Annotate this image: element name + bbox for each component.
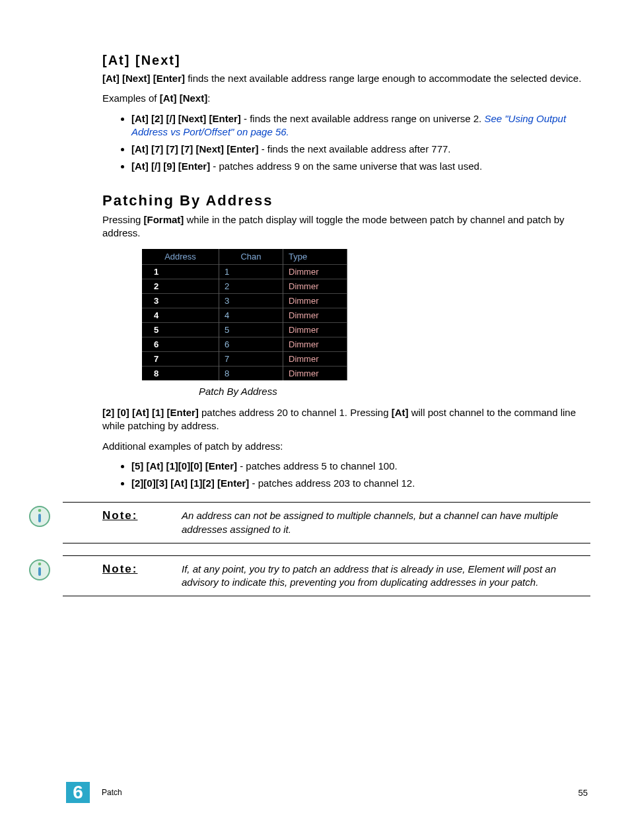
cell-type: Dimmer [283, 279, 347, 294]
text: - patches address 9 on the same universe… [210, 160, 482, 172]
cell-type: Dimmer [283, 308, 347, 323]
key-sequence: [At] [392, 407, 409, 418]
text: : [207, 92, 210, 104]
paragraph: [At] [Next] [Enter] finds the next avail… [102, 72, 590, 85]
text: patches address 20 to channel 1. Pressin… [199, 407, 392, 418]
svg-rect-4 [38, 567, 41, 576]
table-row: 88Dimmer [142, 367, 347, 381]
table-row: 33Dimmer [142, 294, 347, 308]
cell-chan: 4 [219, 308, 283, 323]
col-header-address: Address [142, 249, 219, 265]
heading-patching-by-address: Patching By Address [102, 192, 590, 209]
text: Examples of [102, 92, 160, 104]
patch-by-address-table: Address Chan Type 11Dimmer22Dimmer33Dimm… [142, 249, 347, 380]
note-text: If, at any point, you try to patch an ad… [182, 563, 590, 590]
text: - finds the next available address range… [241, 113, 485, 124]
list-item: [5] [At] [1][0][0] [Enter] - patches add… [131, 460, 590, 473]
chapter-number-badge: 6 [66, 782, 90, 803]
page-number: 55 [578, 788, 588, 798]
list-item: [2][0][3] [At] [1][2] [Enter] - patches … [131, 477, 590, 490]
cell-type: Dimmer [283, 265, 347, 279]
document-page: [At] [Next] [At] [Next] [Enter] finds th… [0, 0, 630, 840]
info-icon [28, 559, 51, 583]
chapter-name: Patch [102, 788, 122, 797]
cell-address: 7 [142, 352, 219, 367]
cell-address: 6 [142, 337, 219, 352]
cell-chan: 2 [219, 279, 283, 294]
table-row: 55Dimmer [142, 323, 347, 337]
svg-rect-1 [38, 514, 41, 522]
paragraph: Additional examples of patch by address: [102, 440, 590, 453]
bullet-list: [5] [At] [1][0][0] [Enter] - patches add… [102, 460, 590, 491]
table-caption: Patch By Address [199, 386, 590, 397]
cell-type: Dimmer [283, 367, 347, 381]
note-box: Note: If, at any point, you try to patch… [63, 555, 590, 597]
list-item: [At] [7] [7] [7] [Next] [Enter] - finds … [131, 143, 590, 156]
key-sequence: [At] [Next] [160, 92, 208, 104]
key-sequence: [2][0][3] [At] [1][2] [Enter] [131, 477, 249, 489]
paragraph: [2] [0] [At] [1] [Enter] patches address… [102, 406, 590, 433]
key-sequence: [Format] [144, 214, 184, 225]
paragraph: Examples of [At] [Next]: [102, 92, 590, 105]
note-label: Note: [102, 509, 182, 536]
cell-type: Dimmer [283, 294, 347, 308]
table-row: 44Dimmer [142, 308, 347, 323]
note-box: Note: An address can not be assigned to … [63, 502, 590, 543]
table-row: 22Dimmer [142, 279, 347, 294]
cell-type: Dimmer [283, 323, 347, 337]
table-row: 11Dimmer [142, 265, 347, 279]
svg-point-5 [38, 562, 42, 565]
key-sequence: [5] [At] [1][0][0] [Enter] [131, 460, 237, 472]
cell-chan: 5 [219, 323, 283, 337]
cell-chan: 3 [219, 294, 283, 308]
key-sequence: [At] [Next] [Enter] [102, 73, 185, 84]
col-header-chan: Chan [219, 249, 283, 265]
text: - finds the next available address after… [259, 143, 451, 155]
text: - patches address 5 to channel 100. [237, 460, 398, 472]
cell-type: Dimmer [283, 352, 347, 367]
cell-chan: 8 [219, 367, 283, 381]
col-header-type: Type [283, 249, 347, 265]
cell-chan: 1 [219, 265, 283, 279]
cell-address: 2 [142, 279, 219, 294]
list-item: [At] [/] [9] [Enter] - patches address 9… [131, 160, 590, 173]
text: finds the next available address range l… [185, 73, 581, 84]
cell-type: Dimmer [283, 337, 347, 352]
patch-table-container: Address Chan Type 11Dimmer22Dimmer33Dimm… [142, 249, 590, 380]
heading-at-next: [At] [Next] [102, 53, 590, 68]
note-text: An address can not be assigned to multip… [182, 509, 590, 536]
cell-address: 8 [142, 367, 219, 381]
info-icon [28, 505, 51, 530]
bullet-list: [At] [2] [/] [Next] [Enter] - finds the … [102, 112, 590, 174]
paragraph: Pressing [Format] while in the patch dis… [102, 213, 590, 240]
key-sequence: [At] [/] [9] [Enter] [131, 160, 210, 172]
table-row: 66Dimmer [142, 337, 347, 352]
svg-point-2 [38, 509, 42, 512]
cell-address: 1 [142, 265, 219, 279]
page-footer: 6 Patch 55 [66, 782, 588, 803]
text: Pressing [102, 214, 144, 225]
cell-address: 4 [142, 308, 219, 323]
table-header-row: Address Chan Type [142, 249, 347, 265]
key-sequence: [At] [7] [7] [7] [Next] [Enter] [131, 143, 259, 155]
cell-address: 3 [142, 294, 219, 308]
text: - patches address 203 to channel 12. [249, 477, 415, 489]
cell-address: 5 [142, 323, 219, 337]
key-sequence: [2] [0] [At] [1] [Enter] [102, 407, 199, 418]
list-item: [At] [2] [/] [Next] [Enter] - finds the … [131, 112, 590, 139]
table-row: 77Dimmer [142, 352, 347, 367]
cell-chan: 6 [219, 337, 283, 352]
cell-chan: 7 [219, 352, 283, 367]
key-sequence: [At] [2] [/] [Next] [Enter] [131, 113, 241, 124]
note-label: Note: [102, 563, 182, 590]
